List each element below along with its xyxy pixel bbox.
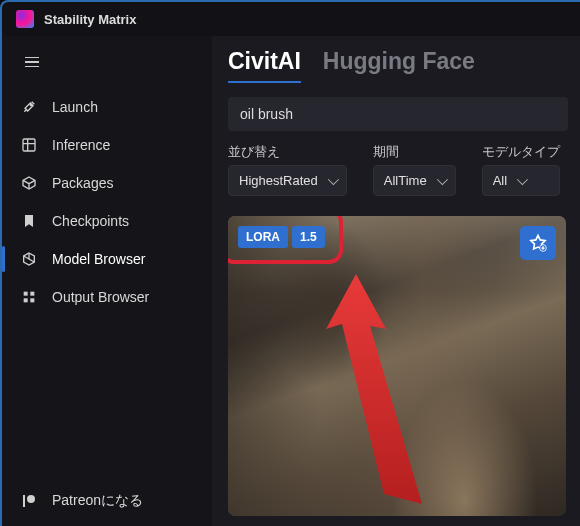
sidebar-item-label: Checkpoints: [52, 213, 129, 229]
sidebar-item-label: Inference: [52, 137, 110, 153]
sidebar-item-label: Output Browser: [52, 289, 149, 305]
sidebar: Launch Inference Packages Checkpoints: [2, 36, 212, 526]
box-icon: [20, 174, 38, 192]
type-select[interactable]: All: [482, 165, 560, 196]
type-label: モデルタイプ: [482, 143, 560, 161]
sidebar-item-label: Packages: [52, 175, 113, 191]
sidebar-item-label: Model Browser: [52, 251, 145, 267]
model-kind-badge: LORA: [238, 226, 288, 248]
svg-rect-3: [30, 292, 34, 296]
period-label: 期間: [373, 143, 456, 161]
cube-icon: [20, 250, 38, 268]
grid-icon: [20, 136, 38, 154]
search-input[interactable]: [228, 97, 568, 131]
app-title: Stability Matrix: [44, 12, 136, 27]
sort-select[interactable]: HighestRated: [228, 165, 347, 196]
type-value: All: [493, 173, 507, 188]
sidebar-item-label: Launch: [52, 99, 98, 115]
sort-value: HighestRated: [239, 173, 318, 188]
svg-rect-2: [24, 292, 28, 296]
sidebar-item-checkpoints[interactable]: Checkpoints: [2, 202, 212, 240]
favorite-button[interactable]: [520, 226, 556, 260]
svg-rect-7: [23, 495, 25, 507]
apps-icon: [20, 288, 38, 306]
badge-callout: LORA 1.5: [228, 216, 343, 264]
period-value: AllTime: [384, 173, 427, 188]
period-select[interactable]: AllTime: [373, 165, 456, 196]
menu-toggle-button[interactable]: [14, 46, 50, 78]
sort-label: 並び替え: [228, 143, 347, 161]
app-logo-icon: [16, 10, 34, 28]
main-content: CivitAI Hugging Face 並び替え HighestRated 期…: [212, 36, 580, 526]
model-card[interactable]: LORA 1.5: [228, 216, 566, 516]
svg-rect-5: [30, 298, 34, 302]
sidebar-item-patreon[interactable]: Patreonになる: [2, 482, 212, 520]
sidebar-item-model-browser[interactable]: Model Browser: [2, 240, 212, 278]
rocket-icon: [20, 98, 38, 116]
patreon-icon: [20, 492, 38, 510]
tab-hugging-face[interactable]: Hugging Face: [323, 48, 475, 81]
chevron-down-icon: [436, 173, 447, 184]
chevron-down-icon: [328, 173, 339, 184]
sidebar-item-inference[interactable]: Inference: [2, 126, 212, 164]
star-plus-icon: [528, 233, 548, 253]
svg-point-6: [27, 495, 35, 503]
svg-rect-1: [23, 139, 35, 151]
svg-rect-4: [24, 298, 28, 302]
sidebar-item-label: Patreonになる: [52, 492, 143, 510]
bookmark-icon: [20, 212, 38, 230]
tab-civitai[interactable]: CivitAI: [228, 48, 301, 83]
titlebar: Stability Matrix: [2, 2, 580, 36]
model-version-badge: 1.5: [292, 226, 325, 248]
sidebar-item-launch[interactable]: Launch: [2, 88, 212, 126]
source-tabs: CivitAI Hugging Face: [228, 48, 580, 83]
sidebar-item-packages[interactable]: Packages: [2, 164, 212, 202]
chevron-down-icon: [517, 173, 528, 184]
svg-point-0: [30, 104, 31, 105]
sidebar-item-output-browser[interactable]: Output Browser: [2, 278, 212, 316]
